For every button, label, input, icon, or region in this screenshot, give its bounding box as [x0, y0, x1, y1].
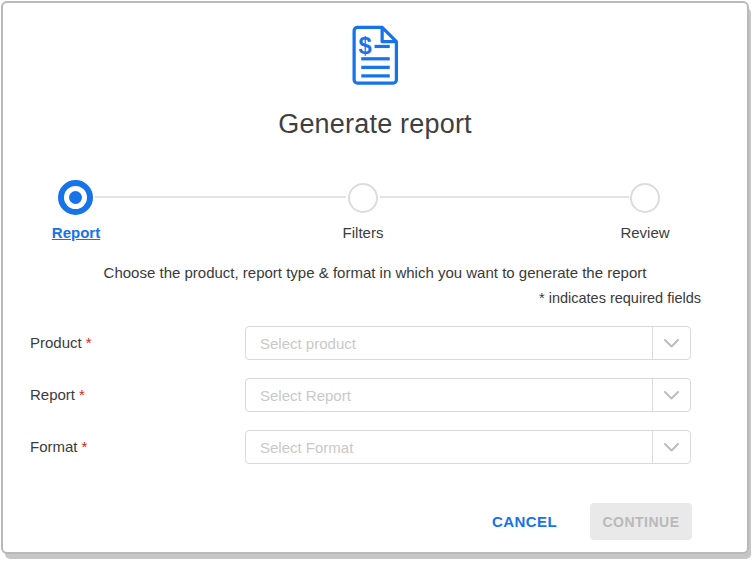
step-report-indicator[interactable]: [58, 180, 93, 215]
report-select-placeholder: Select Report: [246, 387, 652, 404]
report-select[interactable]: Select Report: [245, 378, 691, 412]
format-required-marker: *: [82, 438, 88, 455]
report-label: Report*: [30, 386, 85, 403]
step-filters-indicator[interactable]: [348, 183, 378, 213]
format-select-placeholder: Select Format: [246, 439, 652, 456]
stepper-connector-1: [95, 196, 346, 198]
chevron-down-icon: [664, 443, 679, 452]
format-select[interactable]: Select Format: [245, 430, 691, 464]
stepper-connector-2: [380, 196, 629, 198]
step-description: Choose the product, report type & format…: [3, 264, 747, 281]
step-label-report[interactable]: Report: [16, 224, 136, 241]
chevron-down-icon: [664, 339, 679, 348]
generate-report-dialog: $ Generate report Report Filters Review …: [1, 1, 749, 554]
report-select-chevron-button[interactable]: [652, 379, 690, 411]
step-report-dot: [69, 191, 82, 204]
format-select-chevron-button[interactable]: [652, 431, 690, 463]
dialog-actions: CANCEL CONTINUE: [492, 503, 692, 540]
cancel-button[interactable]: CANCEL: [492, 513, 557, 530]
step-label-review: Review: [585, 224, 705, 241]
report-document-icon: $: [3, 24, 747, 90]
step-label-filters: Filters: [303, 224, 423, 241]
product-label: Product*: [30, 334, 92, 351]
page-title: Generate report: [3, 109, 747, 140]
chevron-down-icon: [664, 391, 679, 400]
product-select-placeholder: Select product: [246, 335, 652, 352]
product-select[interactable]: Select product: [245, 326, 691, 360]
product-required-marker: *: [86, 334, 92, 351]
format-label: Format*: [30, 438, 87, 455]
product-select-chevron-button[interactable]: [652, 327, 690, 359]
continue-button[interactable]: CONTINUE: [590, 503, 692, 540]
svg-text:$: $: [358, 32, 371, 59]
step-review-indicator[interactable]: [630, 183, 660, 213]
report-required-marker: *: [79, 386, 85, 403]
required-fields-note: * indicates required fields: [539, 290, 701, 306]
